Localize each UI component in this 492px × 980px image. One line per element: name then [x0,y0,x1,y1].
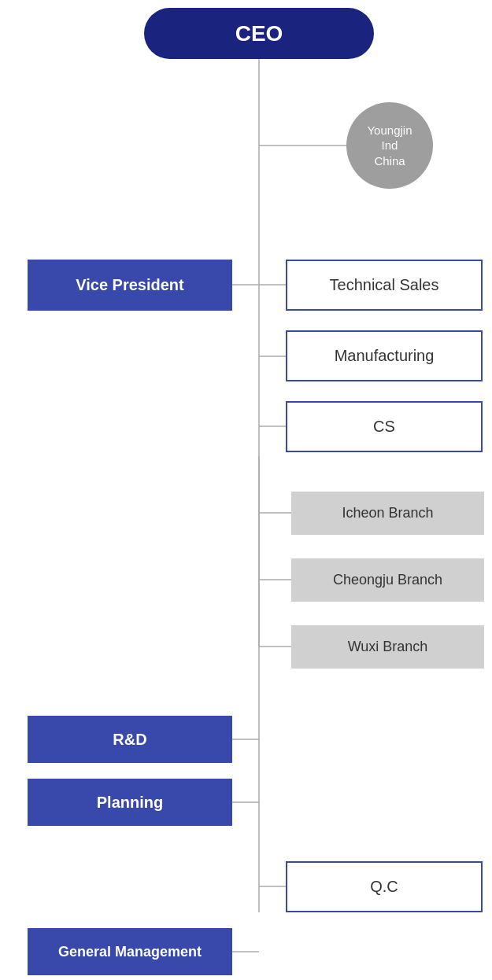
technical-sales-box: Technical Sales [286,260,483,311]
qc-box: Q.C [286,861,483,912]
wuxi-branch-box: Wuxi Branch [291,625,484,669]
icheon-label: Icheon Branch [342,505,433,521]
planning-box: Planning [28,779,232,826]
manufacturing-box: Manufacturing [286,330,483,381]
planning-label: Planning [97,794,163,812]
cheongju-branch-box: Cheongju Branch [291,558,484,602]
wuxi-label: Wuxi Branch [348,639,428,655]
cheongju-label: Cheongju Branch [333,572,442,588]
icheon-branch-box: Icheon Branch [291,492,484,535]
vp-label: Vice President [76,276,183,294]
youngjin-circle: YoungjinIndChina [346,102,433,189]
org-chart: CEO YoungjinIndChina Vice President Tech… [0,0,492,980]
qc-label: Q.C [370,878,398,896]
general-management-label: General Management [58,944,202,960]
cs-box: CS [286,401,483,452]
rd-label: R&D [113,731,146,749]
general-management-box: General Management [28,928,232,975]
ceo-box: CEO [144,8,374,59]
rd-box: R&D [28,716,232,763]
cs-label: CS [373,418,395,436]
manufacturing-label: Manufacturing [335,347,435,365]
technical-sales-label: Technical Sales [330,276,439,294]
ceo-label: CEO [235,21,283,46]
youngjin-label: YoungjinIndChina [367,123,412,169]
vp-box: Vice President [28,260,232,311]
